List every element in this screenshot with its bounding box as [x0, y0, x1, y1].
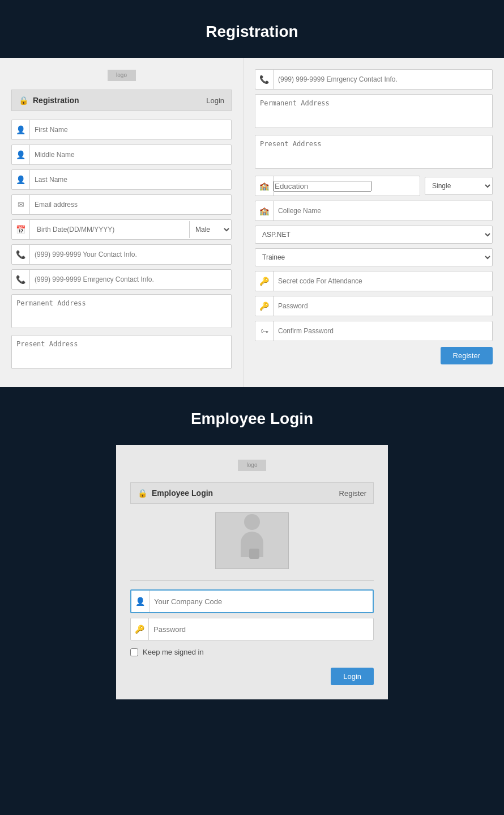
login-logo: logo — [238, 460, 266, 471]
permanent-address-input[interactable] — [11, 294, 232, 328]
confirm-password-row: 🗝 — [255, 321, 493, 341]
contact-input[interactable] — [30, 247, 231, 262]
register-button[interactable]: Register — [441, 347, 493, 364]
emergency-input[interactable] — [30, 271, 231, 287]
registration-form-header: 🔒 Registration Login — [11, 90, 232, 111]
avatar-badge — [249, 549, 259, 559]
email-input[interactable] — [30, 197, 231, 213]
registration-left-panel: logo 🔒 Registration Login 👤 👤 — [0, 58, 244, 387]
key-icon-2: 🔑 — [255, 296, 274, 316]
email-icon: ✉ — [12, 195, 30, 214]
secret-code-row: 🔑 — [255, 271, 493, 291]
logo-area: logo — [11, 69, 232, 81]
login-key-icon: 🔑 — [131, 618, 149, 640]
avatar-head — [244, 514, 260, 530]
login-link[interactable]: Login — [206, 96, 224, 105]
login-form-title: 🔒 Employee Login — [138, 489, 213, 498]
user-icon-2: 👤 — [12, 145, 30, 164]
present-address-input[interactable] — [11, 335, 232, 369]
position-select[interactable]: Trainee Junior Senior Lead — [255, 248, 493, 266]
permanent-address-right[interactable] — [255, 94, 493, 128]
phone-icon-2: 📞 — [12, 270, 30, 289]
present-address-right[interactable] — [255, 135, 493, 169]
keep-signed-label: Keep me signed in — [143, 648, 204, 656]
login-password-input[interactable] — [149, 620, 373, 639]
company-code-row: 👤 — [130, 589, 374, 613]
login-password-row: 🔑 — [130, 618, 374, 640]
last-name-input[interactable] — [30, 172, 231, 188]
employee-login-section: Employee Login logo 🔒 Employee Login Reg… — [0, 387, 504, 722]
first-name-row: 👤 — [11, 120, 232, 140]
middle-name-row: 👤 — [11, 145, 232, 165]
register-link[interactable]: Register — [339, 489, 366, 498]
form-title-label: Registration — [33, 96, 79, 105]
birthdate-row: 📅 Male Female Other — [11, 219, 232, 240]
college-row: 🏫 — [255, 201, 493, 221]
position-row: Trainee Junior Senior Lead — [255, 248, 493, 266]
user-icon-3: 👤 — [12, 170, 30, 189]
registration-title: Registration — [0, 0, 504, 58]
college-input[interactable] — [274, 203, 492, 219]
avatar-area — [130, 512, 374, 569]
phone-icon: 📞 — [12, 245, 30, 264]
confirm-password-input[interactable] — [274, 323, 492, 339]
register-btn-row: Register — [255, 347, 493, 364]
login-logo-area: logo — [130, 459, 374, 471]
login-card: logo 🔒 Employee Login Register — [116, 445, 388, 699]
building-icon: 🏫 — [255, 176, 274, 196]
calendar-icon: 📅 — [12, 220, 30, 239]
registration-section: Registration logo 🔒 Registration Login 👤 — [0, 0, 504, 387]
avatar-figure — [241, 514, 263, 567]
lock-icon: 🔒 — [19, 96, 28, 105]
secret-code-input[interactable] — [274, 273, 492, 289]
emergency-right-row: 📞 — [255, 69, 493, 90]
registration-right-panel: 📞 🏫 Single Married Divorced — [244, 58, 504, 387]
education-field: 🏫 — [255, 176, 420, 196]
first-name-input[interactable] — [30, 122, 231, 138]
company-user-icon: 👤 — [131, 591, 150, 612]
login-form-header: 🔒 Employee Login Register — [130, 482, 374, 504]
last-name-row: 👤 — [11, 169, 232, 190]
education-row: 🏫 Single Married Divorced — [255, 176, 493, 196]
key-icon: 🔑 — [255, 271, 274, 291]
login-btn-row: Login — [130, 668, 374, 685]
form-header-title: 🔒 Registration — [19, 96, 79, 105]
login-button[interactable]: Login — [331, 668, 374, 685]
logo-image: logo — [108, 70, 136, 81]
building-icon-2: 🏫 — [255, 201, 274, 220]
birthdate-input[interactable] — [32, 222, 187, 237]
divider — [130, 580, 374, 581]
marital-select[interactable]: Single Married Divorced — [425, 177, 493, 195]
registration-form-container: logo 🔒 Registration Login 👤 👤 — [0, 58, 504, 387]
asp-select[interactable]: ASP.NET PHP Java Python — [255, 226, 493, 244]
login-title-label: Employee Login — [152, 489, 213, 498]
employee-login-title: Employee Login — [0, 387, 504, 445]
asp-row: ASP.NET PHP Java Python — [255, 226, 493, 244]
emergency-right-input[interactable] — [274, 71, 492, 87]
password-input[interactable] — [274, 298, 492, 314]
key-icon-3: 🗝 — [255, 321, 274, 341]
middle-name-input[interactable] — [30, 147, 231, 163]
login-lock-icon: 🔒 — [138, 489, 147, 498]
company-code-input[interactable] — [150, 592, 373, 611]
keep-signed-row: Keep me signed in — [130, 645, 374, 659]
contact-row: 📞 — [11, 244, 232, 265]
user-icon: 👤 — [12, 120, 30, 139]
login-content: logo 🔒 Employee Login Register — [0, 445, 504, 699]
email-row: ✉ — [11, 194, 232, 215]
education-input[interactable] — [274, 181, 371, 192]
phone-icon-3: 📞 — [255, 70, 274, 89]
emergency-row: 📞 — [11, 269, 232, 290]
gender-select[interactable]: Male Female Other — [189, 221, 231, 238]
keep-signed-checkbox[interactable] — [130, 648, 138, 656]
avatar-body-container — [241, 530, 263, 567]
avatar-box — [215, 512, 289, 569]
password-row: 🔑 — [255, 296, 493, 316]
